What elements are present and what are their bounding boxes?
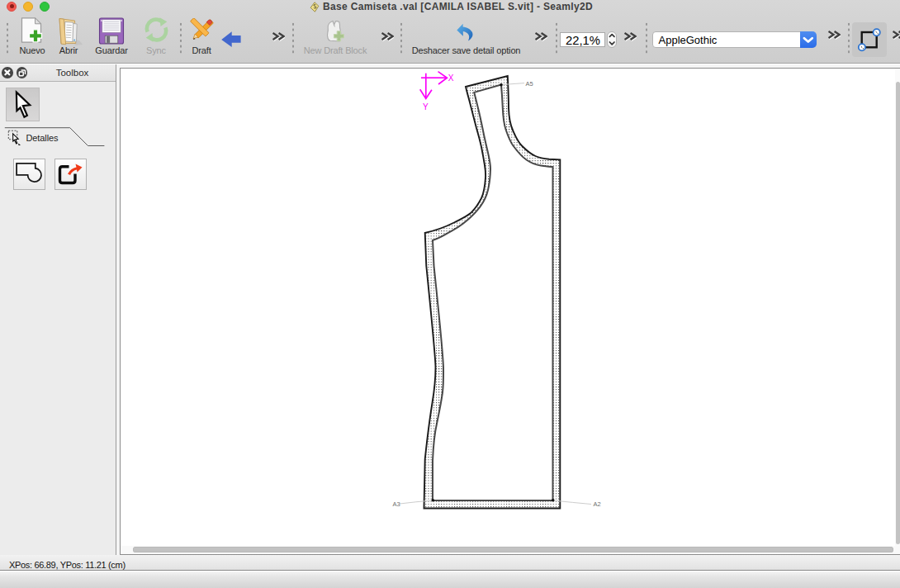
svg-text:Y: Y <box>423 102 429 111</box>
svg-text:A2: A2 <box>594 500 601 508</box>
svg-text:A5: A5 <box>526 80 533 88</box>
svg-text:X: X <box>448 74 454 83</box>
svg-text:A3: A3 <box>393 500 400 508</box>
